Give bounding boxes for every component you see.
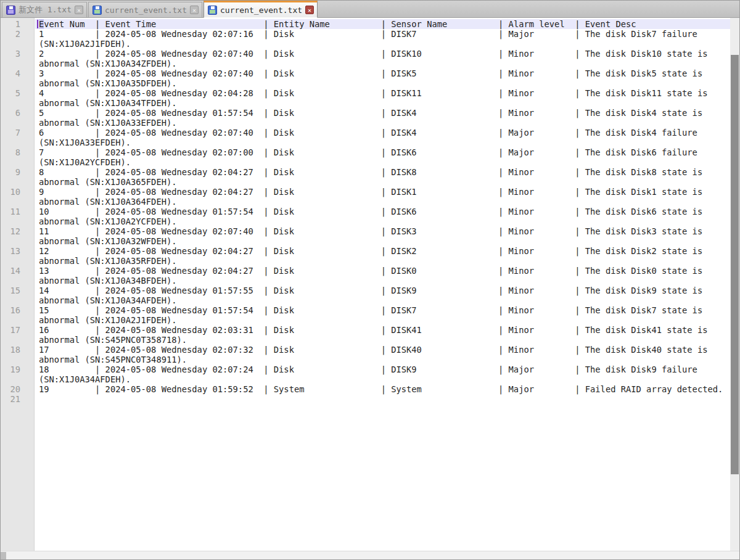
code-text: 13 | 2024-05-08 Wednesday 02:04:27 | Dis… (35, 266, 730, 276)
line-number: 8 (1, 147, 20, 157)
floppy-purple-icon (6, 6, 15, 15)
code-text: abnormal (SN:X1J0A365FDEH). (35, 177, 730, 187)
code-text: (SN:X1J0A2YCFDEH). (35, 157, 730, 167)
text-line[interactable]: 65 | 2024-05-08 Wednesday 01:57:54 | Dis… (1, 108, 730, 118)
text-line[interactable]: abnormal (SN:X1J0A364FDEH). (1, 197, 730, 207)
text-line[interactable]: 43 | 2024-05-08 Wednesday 02:07:40 | Dis… (1, 68, 730, 78)
code-text: abnormal (SN:X1J0A364FDEH). (35, 197, 730, 207)
text-line[interactable]: 1413 | 2024-05-08 Wednesday 02:04:27 | D… (1, 266, 730, 276)
code-text: abnormal (SN:X1J0A2J1FDEH). (35, 315, 730, 325)
line-number (1, 335, 20, 345)
text-line[interactable]: abnormal (SN:S45PNC0T348911). (1, 355, 730, 364)
text-line[interactable]: abnormal (SN:X1J0A35DFDEH). (1, 78, 730, 88)
line-number (1, 39, 20, 49)
code-text: (SN:X1J0A34AFDEH). (35, 374, 730, 384)
selection-highlight: E (39, 19, 44, 29)
line-number (1, 59, 20, 68)
text-line[interactable]: abnormal (SN:X1J0A32WFDEH). (1, 236, 730, 246)
line-number: 19 (1, 364, 20, 374)
text-line[interactable]: 1211 | 2024-05-08 Wednesday 02:07:40 | D… (1, 226, 730, 236)
line-number (1, 197, 20, 207)
text-line[interactable]: 2019 | 2024-05-08 Wednesday 01:59:52 | S… (1, 384, 730, 394)
code-text: 19 | 2024-05-08 Wednesday 01:59:52 | Sys… (35, 384, 730, 394)
text-line[interactable]: (SN:X1J0A33EFDEH). (1, 138, 730, 147)
text-line[interactable]: 54 | 2024-05-08 Wednesday 02:04:28 | Dis… (1, 88, 730, 98)
line-number (1, 177, 20, 187)
text-line[interactable]: 1110 | 2024-05-08 Wednesday 01:57:54 | D… (1, 207, 730, 216)
text-line[interactable]: 1312 | 2024-05-08 Wednesday 02:04:27 | D… (1, 246, 730, 256)
text-rows[interactable]: 1Event Num | Event Time | Entity Name | … (1, 18, 730, 551)
code-text: abnormal (SN:X1J0A34BFDEH). (35, 276, 730, 286)
text-line[interactable]: 32 | 2024-05-08 Wednesday 02:07:40 | Dis… (1, 49, 730, 59)
code-text: 12 | 2024-05-08 Wednesday 02:04:27 | Dis… (35, 246, 730, 256)
text-line[interactable]: 1918 | 2024-05-08 Wednesday 02:07:24 | D… (1, 364, 730, 374)
line-number: 2 (1, 29, 20, 39)
text-line[interactable]: abnormal (SN:X1J0A34ZFDEH). (1, 59, 730, 68)
text-line[interactable]: 98 | 2024-05-08 Wednesday 02:04:27 | Dis… (1, 167, 730, 177)
line-number: 3 (1, 49, 20, 59)
text-line[interactable]: 1Event Num | Event Time | Entity Name | … (1, 19, 730, 29)
text-line[interactable]: 21 | 2024-05-08 Wednesday 02:07:16 | Dis… (1, 29, 730, 39)
code-text: abnormal (SN:X1J0A35RFDEH). (35, 256, 730, 266)
text-line[interactable]: abnormal (SN:S45PNC0T358718). (1, 335, 730, 345)
line-number: 13 (1, 246, 20, 256)
code-text: abnormal (SN:X1J0A32WFDEH). (35, 236, 730, 246)
line-number (1, 315, 20, 325)
scrollbar-thumb[interactable] (731, 55, 739, 474)
line-number (1, 216, 20, 226)
line-number: 18 (1, 345, 20, 355)
line-number (1, 138, 20, 147)
code-text: abnormal (SN:X1J0A33EFDEH). (35, 118, 730, 128)
text-line[interactable]: abnormal (SN:X1J0A34TFDEH). (1, 98, 730, 108)
line-number: 1 (1, 19, 20, 29)
text-line[interactable]: 1817 | 2024-05-08 Wednesday 02:07:32 | D… (1, 345, 730, 355)
code-text: abnormal (SN:X1J0A34AFDEH). (35, 295, 730, 305)
horizontal-scrollbar-thumb[interactable] (1, 552, 6, 559)
code-text: abnormal (SN:X1J0A35DFDEH). (35, 78, 730, 88)
text-line[interactable]: abnormal (SN:X1J0A34BFDEH). (1, 276, 730, 286)
close-icon[interactable]: ✕ (305, 6, 314, 14)
line-number: 21 (1, 394, 20, 404)
text-line[interactable]: abnormal (SN:X1J0A2J1FDEH). (1, 315, 730, 325)
tab-1[interactable]: 新文件 1.txt✕ (2, 2, 87, 17)
code-text: 15 | 2024-05-08 Wednesday 01:57:54 | Dis… (35, 305, 730, 315)
tab-label: current_event.txt (105, 6, 187, 15)
tab-2[interactable]: current_event.txt✕ (88, 2, 202, 17)
line-number: 14 (1, 266, 20, 276)
text-line[interactable]: (SN:X1J0A2YCFDEH). (1, 157, 730, 167)
code-text: (SN:X1J0A33EFDEH). (35, 138, 730, 147)
text-line[interactable]: (SN:X1J0A34AFDEH). (1, 374, 730, 384)
close-icon[interactable]: ✕ (75, 6, 83, 14)
text-line[interactable]: 1514 | 2024-05-08 Wednesday 01:57:55 | D… (1, 286, 730, 295)
line-number: 16 (1, 305, 20, 315)
text-line[interactable]: 109 | 2024-05-08 Wednesday 02:04:27 | Di… (1, 187, 730, 197)
line-number (1, 157, 20, 167)
line-number: 15 (1, 286, 20, 295)
line-number: 7 (1, 128, 20, 138)
line-number (1, 236, 20, 246)
text-line[interactable]: abnormal (SN:X1J0A35RFDEH). (1, 256, 730, 266)
text-line[interactable]: abnormal (SN:X1J0A33EFDEH). (1, 118, 730, 128)
code-text: 14 | 2024-05-08 Wednesday 01:57:55 | Dis… (35, 286, 730, 295)
line-number (1, 355, 20, 364)
text-line[interactable]: abnormal (SN:X1J0A34AFDEH). (1, 295, 730, 305)
editor-window: 新文件 1.txt✕current_event.txt✕current_even… (0, 0, 740, 560)
code-text: abnormal (SN:X1J0A2YCFDEH). (35, 216, 730, 226)
horizontal-scrollbar[interactable] (1, 551, 739, 559)
text-line[interactable]: 76 | 2024-05-08 Wednesday 02:07:40 | Dis… (1, 128, 730, 138)
tab-3[interactable]: current_event.txt✕ (204, 1, 318, 18)
text-line[interactable]: abnormal (SN:X1J0A365FDEH). (1, 177, 730, 187)
text-line[interactable]: abnormal (SN:X1J0A2YCFDEH). (1, 216, 730, 226)
editor-pane[interactable]: 1Event Num | Event Time | Entity Name | … (1, 18, 739, 559)
text-caret (37, 20, 38, 28)
close-icon[interactable]: ✕ (190, 6, 199, 14)
text-line[interactable]: 87 | 2024-05-08 Wednesday 02:07:00 | Dis… (1, 147, 730, 157)
text-line[interactable]: 1716 | 2024-05-08 Wednesday 02:03:31 | D… (1, 325, 730, 335)
text-line[interactable]: (SN:X1J0A2J1FDEH). (1, 39, 730, 49)
code-text: 2 | 2024-05-08 Wednesday 02:07:40 | Disk… (35, 49, 730, 59)
line-number: 12 (1, 226, 20, 236)
vertical-scrollbar[interactable] (730, 18, 739, 551)
code-text: 7 | 2024-05-08 Wednesday 02:07:00 | Disk… (35, 147, 730, 157)
text-line[interactable]: 21 (1, 394, 730, 404)
text-line[interactable]: 1615 | 2024-05-08 Wednesday 01:57:54 | D… (1, 305, 730, 315)
